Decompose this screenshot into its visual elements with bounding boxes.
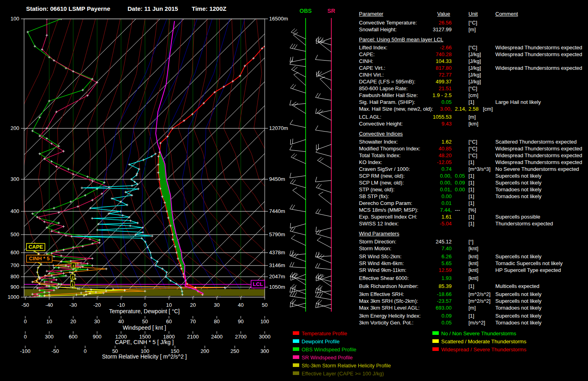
temperature-axis: -50-40-30-20-1001020304050Temperature, D…: [22, 297, 268, 314]
param-value: -23.57: [416, 298, 452, 304]
wind-barb: [315, 263, 331, 270]
legend-swatch-icon: [432, 347, 439, 351]
param-label: Storm Motion:: [359, 245, 391, 251]
param-label: CAPE:: [359, 51, 375, 57]
temperature-axis-tick-label: -30: [69, 302, 77, 308]
legend-label: SR Windspeed Profile: [302, 355, 353, 361]
windspeed-axis-tick-label: 70: [190, 318, 196, 324]
param-label: Total Totals Index:: [359, 152, 401, 158]
param-unit: [1]: [468, 186, 474, 193]
param-unit: [1]: [468, 221, 474, 227]
param-unit: [knt]: [468, 253, 479, 259]
cape-axis-tick-label: 600: [69, 334, 78, 340]
temperature-axis-title: Temperature, Dewpoint [ °C]: [109, 308, 180, 314]
cape-axis-tick-label: 300: [45, 334, 54, 340]
param-unit: [m^2/s^2]: [468, 298, 491, 304]
param-label: Convective Height:: [359, 121, 403, 127]
param-value: 40.85: [416, 146, 452, 152]
param-value: -12.05: [416, 159, 452, 165]
param-unit: [J/kg]: [468, 51, 481, 57]
cape-axis-tick-label: 2700: [235, 334, 247, 340]
param-unit: [1]: [468, 173, 474, 179]
legend-label: Scattered / Moderate Thunderstorms: [441, 338, 526, 345]
wind-barb: [290, 120, 306, 128]
altitude-label: 9450m: [269, 176, 285, 182]
param-value: 0.05: [455, 173, 465, 179]
srh-axis: -100-50050100150200250300Storm Relative …: [20, 346, 269, 360]
km-agl-marker-label: 2: [71, 275, 73, 279]
param-unit: [m/s^2]: [468, 320, 485, 326]
param-label: SB STP (fix):: [359, 193, 389, 199]
param-unit: [J/kg]: [468, 72, 481, 78]
param-value: 693.00: [416, 305, 452, 311]
cape-axis: 03006009001200150018002100240027003000CA…: [24, 331, 270, 345]
obs-wind-column-label: OBS: [300, 8, 312, 14]
legend-swatch-icon: [293, 347, 299, 351]
windspeed-axis-tick-label: 10: [46, 318, 52, 324]
param-value: 21.51: [416, 85, 452, 91]
param-unit: [°C]: [468, 139, 477, 145]
param-comment: Thunderstorms expected: [495, 221, 553, 227]
param-value: 0.00,: [416, 173, 452, 179]
param-label: Modified Thompson Index:: [359, 146, 420, 152]
param-value: 0.01,: [416, 186, 452, 193]
param-unit: [knt]: [468, 267, 479, 273]
param-label: DCAPE (LFS = 595mB):: [359, 79, 416, 85]
wind-barb: [292, 66, 306, 77]
param-label: Sig. Hail Param. (SHIP):: [359, 99, 415, 105]
param-comment: HP Supercell Type expected: [495, 267, 561, 273]
windspeed-axis-tick-label: 80: [214, 318, 219, 324]
param-comment: Widespread Thunderstorms expected: [495, 152, 582, 158]
legend-label: OBS Windspeed Profile: [302, 347, 357, 353]
param-label: SR Wind 4km-6km:: [359, 260, 404, 266]
param-label: Effective Shear 6000:: [359, 275, 409, 281]
legend-swatch-icon: [293, 371, 299, 375]
param-value: 104.33: [416, 58, 452, 64]
param-value: 1055.53: [416, 114, 452, 120]
param-label: Max 3km SRH (Sfc-2km):: [359, 298, 418, 304]
srh-axis-tick-label: 200: [201, 348, 209, 354]
param-comment: Tornadoes not likely: [495, 320, 541, 326]
srh-axis-tick-label: 250: [231, 348, 239, 354]
lcl-label: LCL: [253, 281, 263, 287]
param-value: -18.66: [416, 291, 452, 297]
param-label: Snowfall Height:: [359, 26, 397, 32]
param-unit: [1]: [468, 313, 474, 319]
wind-barb: [290, 139, 306, 145]
param-label: MCS 18m/s (MMP, MSP):: [359, 207, 418, 213]
param-label: Derecho Comp Param:: [359, 200, 412, 206]
pressure-label: 200: [10, 125, 19, 131]
windspeed-axis-tick-label: 40: [118, 318, 124, 324]
cape-axis-label: CAPE: [28, 244, 43, 250]
param-unit: [m]: [468, 26, 476, 32]
param-comment: Tornadoes not likely: [495, 193, 541, 199]
wind-barb: [291, 284, 306, 294]
wind-barb: [290, 250, 306, 255]
param-value: 1.62: [416, 139, 452, 145]
pressure-label: 700: [10, 262, 19, 268]
param-unit: [1]: [468, 283, 474, 289]
wind-barb: [290, 286, 306, 292]
wind-barb: [316, 209, 331, 217]
windspeed-axis: 0102030405060708090100Windspeed [ knt ]: [24, 316, 269, 331]
param-comment: Tornadic Supercells not likely: [495, 260, 563, 266]
param-label: Lifted Index:: [359, 45, 387, 51]
temperature-axis-tick-label: 10: [166, 302, 172, 308]
wind-barb: [290, 252, 306, 261]
wind-barb: [316, 300, 331, 309]
pressure-label: 500: [10, 231, 19, 237]
srh-axis-tick-label: 0: [84, 348, 87, 354]
param-value: -5.04: [416, 221, 452, 227]
sr-wind-column: SR: [315, 8, 335, 312]
pressure-label: 600: [10, 249, 19, 255]
param-unit: [°C]: [468, 146, 477, 152]
param-label: 850-600 Lapse Rate:: [359, 85, 408, 91]
temperature-axis-tick-label: 50: [262, 302, 268, 308]
windspeed-axis-tick-label: 100: [260, 318, 269, 324]
param-comment: Supercells not likely: [495, 298, 541, 304]
param-unit: [cm]: [483, 106, 493, 112]
param-value: 0.74: [416, 166, 452, 172]
wind-barb: [316, 184, 331, 193]
param-value: 1.61: [416, 214, 452, 220]
param-unit: [1]: [468, 193, 474, 199]
